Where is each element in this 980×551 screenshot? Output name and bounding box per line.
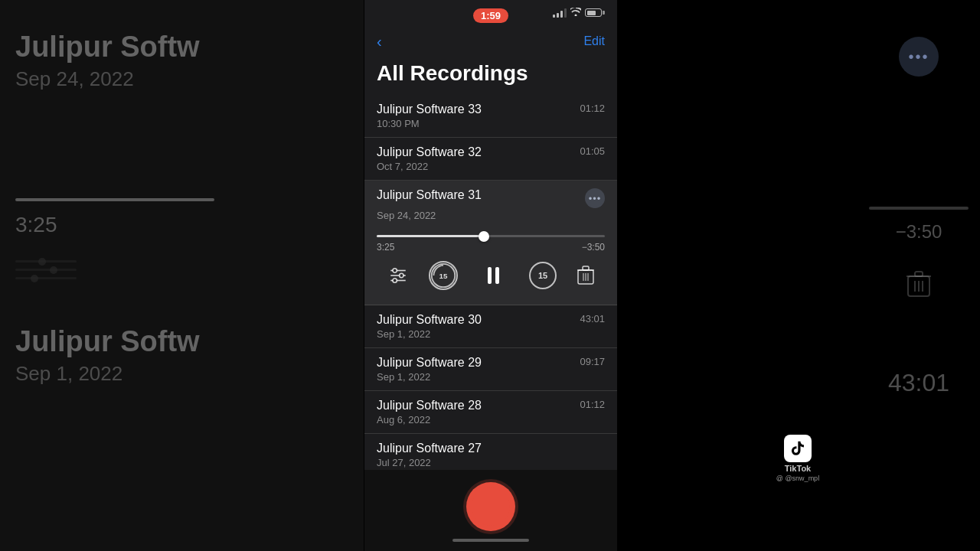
record-button[interactable] [466,482,515,531]
tiktok-brand-name: TikTok [785,464,811,473]
svg-point-9 [400,273,403,277]
home-indicator [452,539,529,542]
battery-fill [587,11,596,15]
edit-button[interactable]: Edit [583,34,605,48]
pause-bar-right [495,267,499,284]
recording-date-33: 10:30 PM [377,118,420,129]
more-dots-button-31[interactable]: ••• [585,188,605,208]
bg-date-1: Sep 24, 2022 [15,67,134,91]
bg-more-dots-icon: ••• [908,48,929,66]
svg-rect-16 [583,266,589,270]
recording-name-28: Julipur Software 28 [377,399,482,412]
recording-header-28: Julipur Software 28 01:12 [364,391,617,414]
svg-text:15: 15 [538,271,547,280]
recording-name-29: Julipur Software 29 [377,356,482,370]
recording-meta-28: Aug 6, 2022 [364,414,617,433]
signal-bars-icon [553,8,567,18]
recording-duration-33: 01:12 [580,103,605,114]
recording-header-33: Julipur Software 33 01:12 [364,95,617,118]
recording-item-31[interactable]: Julipur Software 31 ••• Sep 24, 2022 3:2… [364,181,617,305]
recording-item-33[interactable]: Julipur Software 33 01:12 10:30 PM [364,95,617,138]
battery-body [585,8,602,17]
skip-back-button[interactable]: 15 [429,261,458,290]
recording-meta-30: Sep 1, 2022 [364,328,617,347]
recording-duration-32: 01:05 [580,145,605,157]
nav-bar: ‹ Edit [364,28,617,58]
recording-date-30: Sep 1, 2022 [377,328,430,340]
background-left: Julipur Softw Sep 24, 2022 3:25 Julipur … [0,0,364,551]
signal-bar-4 [564,8,567,18]
bg-duration-right: 43:01 [888,369,949,397]
recording-name-33: Julipur Software 33 [377,103,482,116]
recording-meta-29: Sep 1, 2022 [364,371,617,390]
bg-trash-icon-right [899,262,939,308]
player-progress-fill [377,235,484,237]
recording-name-32: Julipur Software 32 [377,145,482,159]
recordings-list[interactable]: Julipur Software 33 01:12 10:30 PM Julip… [364,95,617,470]
bg-date-2: Sep 1, 2022 [15,362,122,386]
player-section: 3:25 −3:50 [364,229,617,305]
status-bar: 1:59 [364,0,617,28]
recording-item-27[interactable]: Julipur Software 27 Jul 27, 2022 [364,434,617,470]
recording-header-31: Julipur Software 31 ••• [364,181,617,210]
bg-slider-2 [15,269,77,271]
recording-item-29[interactable]: Julipur Software 29 09:17 Sep 1, 2022 [364,348,617,391]
skip-back-circle: 15 [429,261,458,290]
player-times: 3:25 −3:50 [377,242,605,253]
signal-bar-3 [560,11,563,18]
svg-rect-1 [915,272,923,276]
tiktok-logo-icon [784,435,812,462]
svg-point-10 [393,279,397,282]
settings-button[interactable] [386,263,410,288]
bg-progress-bar [15,198,214,201]
recording-header-30: Julipur Software 30 43:01 [364,305,617,328]
player-thumb [479,231,489,242]
recording-date-27: Jul 27, 2022 [377,457,431,468]
battery-tip [603,11,605,15]
phone-screen: 1:59 ‹ Edit All Re [364,0,617,551]
bg-slider-dot-3 [31,275,38,282]
recording-meta-31: Sep 24, 2022 [364,210,617,229]
recording-item-32[interactable]: Julipur Software 32 01:05 Oct 7, 2022 [364,138,617,181]
pause-bar-left [488,267,492,284]
recording-header-27: Julipur Software 27 [364,434,617,457]
bg-slider-dot-2 [50,266,57,274]
signal-bar-1 [553,15,555,18]
bg-slider-group [15,260,77,279]
record-button-inner [472,487,510,526]
bg-title-1: Julipur Softw [15,31,200,64]
recording-name-27: Julipur Software 27 [377,442,482,455]
status-right [553,8,605,18]
recording-name-31: Julipur Software 31 [377,188,482,202]
recording-duration-29: 09:17 [580,356,605,367]
bg-time-right: −3:50 [896,221,942,243]
more-dots-icon-31: ••• [589,193,602,204]
player-controls: 15 15 [377,253,605,295]
recording-date-28: Aug 6, 2022 [377,414,430,425]
battery-icon [585,8,605,17]
recording-header-32: Julipur Software 32 01:05 [364,138,617,161]
pause-button[interactable] [476,259,510,292]
svg-point-8 [393,269,397,272]
bg-slider-line-2 [15,269,77,271]
player-progress-bar[interactable] [377,235,605,237]
bg-slider-3 [15,277,77,279]
recording-item-28[interactable]: Julipur Software 28 01:12 Aug 6, 2022 [364,391,617,434]
delete-recording-button[interactable] [576,264,596,287]
back-button[interactable]: ‹ [377,33,382,51]
recording-meta-33: 10:30 PM [364,118,617,137]
skip-forward-button[interactable]: 15 [528,261,557,290]
recording-item-30[interactable]: Julipur Software 30 43:01 Sep 1, 2022 [364,305,617,348]
recording-date-32: Oct 7, 2022 [377,161,428,172]
svg-text:15: 15 [439,272,448,280]
bg-controls [15,256,77,279]
tiktok-badge: TikTok @ @snw_mpl [619,435,977,482]
player-remaining-time: −3:50 [582,242,605,253]
bottom-section [364,470,617,551]
recording-header-29: Julipur Software 29 09:17 [364,348,617,371]
recording-meta-32: Oct 7, 2022 [364,161,617,180]
bg-slider-1 [15,260,77,262]
recording-date-31: Sep 24, 2022 [377,210,436,221]
status-time-badge: 1:59 [473,8,508,23]
bg-slider-line-3 [15,277,77,279]
